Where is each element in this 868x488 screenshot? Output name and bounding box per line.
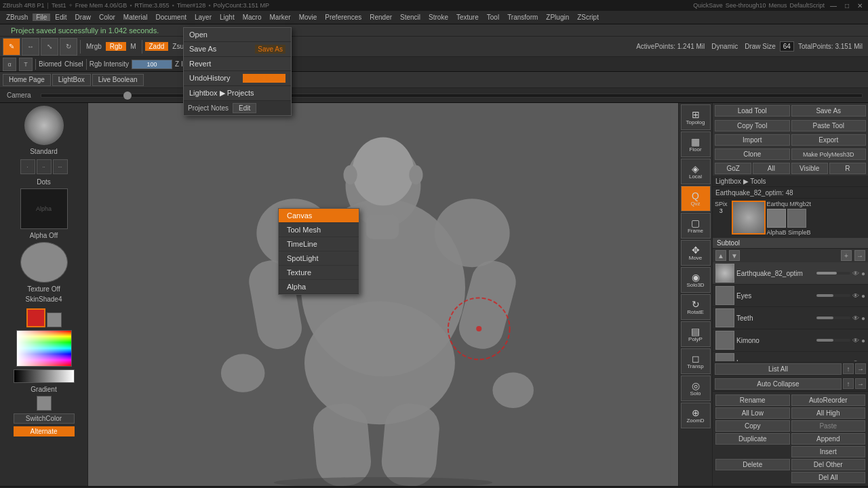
visible-btn[interactable]: Visible: [791, 163, 828, 174]
timeline-bar[interactable]: [41, 94, 863, 98]
texture-option[interactable]: Texture: [279, 266, 359, 280]
background-color[interactable]: [47, 312, 62, 327]
all-low-btn[interactable]: All Low: [715, 407, 790, 419]
menu-tool[interactable]: Tool: [484, 14, 502, 21]
lightbox-tools[interactable]: Lightbox ▶ Tools: [713, 176, 868, 187]
menus-btn[interactable]: Menus: [768, 2, 787, 9]
file-save-as[interactable]: Save As Save As: [184, 42, 291, 57]
small-thumb-2[interactable]: [787, 209, 806, 228]
subtool-down-btn[interactable]: ▼: [729, 250, 740, 261]
tex-icon[interactable]: T: [19, 58, 33, 71]
subtool-item-eyes[interactable]: Eyes 👁 ●: [713, 285, 868, 307]
subtool-slider-teeth[interactable]: [816, 317, 850, 319]
subtool-add-btn[interactable]: +: [841, 250, 852, 261]
linefill-btn[interactable]: ▤ PolyP: [681, 321, 711, 347]
tool-mesh-option[interactable]: Tool Mesh: [279, 223, 359, 237]
floor-btn[interactable]: ▦ Floor: [681, 131, 711, 157]
auto-collapse-btn[interactable]: Auto Collapse: [715, 378, 842, 390]
quick-save-btn[interactable]: QuickSave: [693, 2, 723, 9]
menu-file[interactable]: File: [33, 14, 50, 21]
auto-collapse-right-btn[interactable]: →: [855, 378, 866, 389]
del-all-btn[interactable]: Del All: [791, 472, 866, 483]
mrgb-label[interactable]: Mrgb: [83, 43, 104, 50]
spotlight-option[interactable]: SpotLight: [279, 251, 359, 266]
subtool-eye-eyes[interactable]: 👁: [852, 292, 859, 300]
close-btn[interactable]: ✕: [854, 2, 865, 9]
rotate-btn[interactable]: ↻ RotatE: [681, 294, 711, 320]
switch-color-btn[interactable]: SwitchColor: [14, 413, 75, 424]
insert-btn[interactable]: Insert: [791, 446, 866, 458]
tool-thumb-1[interactable]: [732, 201, 766, 235]
subtool-slider-eyes[interactable]: [816, 294, 850, 297]
save-as-btn[interactable]: Save As: [791, 105, 867, 117]
subtool-header[interactable]: Subtool: [713, 238, 868, 249]
menu-preferences[interactable]: Preferences: [321, 14, 365, 21]
subtool-vis-teeth[interactable]: ●: [861, 314, 865, 322]
menu-layer[interactable]: Layer: [191, 14, 215, 21]
frame-btn[interactable]: ▢ Frame: [681, 213, 711, 239]
draw-size-value[interactable]: 64: [780, 41, 794, 52]
menu-edit[interactable]: Edit: [52, 14, 70, 21]
export-btn[interactable]: Export: [791, 134, 867, 146]
file-open[interactable]: Open: [184, 28, 291, 42]
subtool-up-btn[interactable]: ▲: [715, 250, 726, 261]
rgb-intensity-slider[interactable]: 100: [132, 60, 172, 69]
move-mode-btn[interactable]: ↔: [22, 38, 39, 56]
menu-macro[interactable]: Macro: [239, 14, 265, 21]
file-lightbox[interactable]: Lightbox ▶ Projects: [184, 86, 291, 101]
auto-reorder-btn[interactable]: AutoReorder: [791, 394, 866, 406]
stroke-3[interactable]: ···: [53, 159, 68, 174]
make-poly-btn[interactable]: Make PolyMesh3D: [791, 148, 867, 160]
subtool-item-teeth[interactable]: Teeth 👁 ●: [713, 307, 868, 329]
solo3d-btn[interactable]: ◉ Solo3D: [681, 267, 711, 293]
solo-btn[interactable]: ◎ Solo: [681, 375, 711, 401]
subtool-vis-eyes[interactable]: ●: [861, 292, 865, 300]
lightbox-btn[interactable]: LightBox: [52, 74, 91, 86]
zoomd-btn[interactable]: ⊕ ZoomD: [681, 403, 711, 428]
r-btn[interactable]: R: [829, 163, 866, 174]
subtool-right-btn[interactable]: →: [854, 250, 865, 261]
menu-render[interactable]: Render: [366, 14, 395, 21]
canvas-option[interactable]: Canvas: [279, 209, 359, 223]
import-btn[interactable]: Import: [715, 134, 790, 146]
subtool-eye-kimono[interactable]: 👁: [852, 337, 859, 344]
menu-zbrush[interactable]: ZBrush: [3, 14, 31, 21]
subtool-item-kimono[interactable]: Kimono 👁 ●: [713, 329, 868, 352]
menu-texture[interactable]: Texture: [453, 14, 482, 21]
paste-tool-btn[interactable]: Paste Tool: [791, 120, 867, 131]
alpha-icon[interactable]: α: [3, 58, 16, 71]
copy-tool-btn[interactable]: Copy Tool: [715, 120, 790, 131]
default-script-btn[interactable]: DefaultScript: [789, 2, 825, 9]
timeline-handle[interactable]: [123, 92, 132, 100]
qvz-btn[interactable]: Q Qvz: [681, 186, 711, 211]
viewport-3d[interactable]: [88, 103, 678, 486]
m-btn[interactable]: M: [127, 43, 138, 50]
minimize-btn[interactable]: —: [827, 2, 840, 9]
alternate-btn[interactable]: Alternate: [14, 426, 75, 436]
zadd-btn[interactable]: Zadd: [145, 42, 169, 51]
menu-zplugin[interactable]: ZPlugin: [542, 14, 572, 21]
project-notes-edit-btn[interactable]: Edit: [233, 103, 256, 113]
rgb-btn[interactable]: Rgb: [106, 42, 126, 51]
subtool-vis-kimono[interactable]: ●: [861, 337, 865, 344]
menu-marker[interactable]: Marker: [267, 14, 294, 21]
list-all-right-btn[interactable]: →: [855, 363, 866, 374]
biomed-btn[interactable]: Biomed: [39, 60, 62, 68]
small-thumb-1[interactable]: [767, 209, 786, 228]
timeline-option[interactable]: TimeLine: [279, 237, 359, 251]
duplicate-btn[interactable]: Duplicate: [715, 433, 790, 445]
live-boolean-btn[interactable]: Live Boolean: [92, 74, 144, 86]
menu-stencil[interactable]: Stencil: [397, 14, 424, 21]
canvas-area[interactable]: Canvas Tool Mesh TimeLine SpotLight Text…: [88, 103, 678, 486]
menu-zscript[interactable]: ZScript: [574, 14, 602, 21]
clone-btn[interactable]: Clone: [715, 148, 790, 160]
auto-collapse-up-btn[interactable]: ↑: [843, 378, 854, 389]
menu-draw[interactable]: Draw: [72, 14, 94, 21]
move-btn[interactable]: ✥ Move: [681, 240, 711, 266]
stroke-1[interactable]: ·: [20, 159, 35, 174]
menu-stroke[interactable]: Stroke: [425, 14, 452, 21]
menu-document[interactable]: Document: [152, 14, 190, 21]
menu-transform[interactable]: Transform: [504, 14, 541, 21]
topolog-btn[interactable]: ⊞ Topolog: [681, 104, 711, 130]
all-high-btn[interactable]: All High: [791, 407, 866, 419]
